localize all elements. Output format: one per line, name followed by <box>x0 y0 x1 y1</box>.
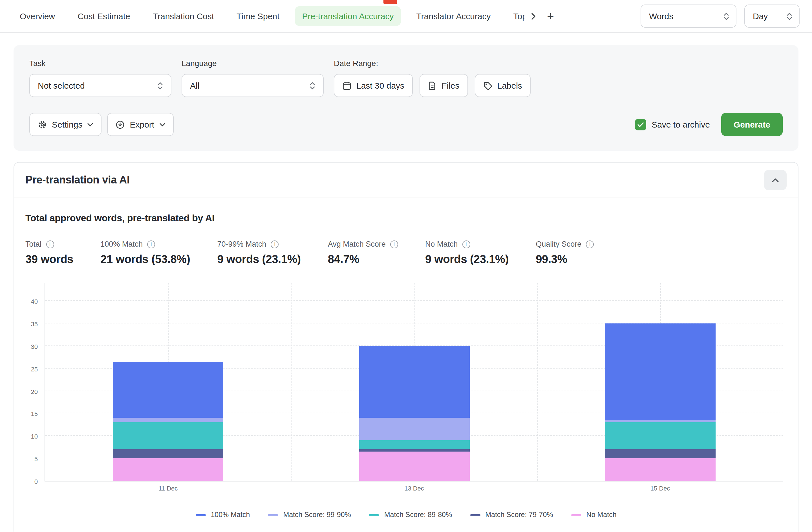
file-icon <box>428 81 436 90</box>
bar-segment-100-match <box>605 323 715 420</box>
legend-item-match-score-99-90[interactable]: Match Score: 99-90% <box>268 511 351 519</box>
chevron-down-icon <box>159 123 165 126</box>
tab-translator-accuracy[interactable]: Translator Accuracy <box>409 6 498 26</box>
tab-pre-translation-accuracy[interactable]: Pre-translation Accuracy <box>295 6 401 26</box>
bar-segment-match-score-99-90 <box>605 420 715 422</box>
report-tabbar: OverviewCost EstimateTranslation CostTim… <box>0 0 812 33</box>
tab-top[interactable]: Top <box>506 6 525 26</box>
settings-button-label: Settings <box>52 120 82 129</box>
y-tick-label: 10 <box>25 433 38 440</box>
legend-swatch-icon <box>369 514 379 516</box>
legend-item-no-match[interactable]: No Match <box>571 511 617 519</box>
chevron-down-icon <box>87 123 93 126</box>
info-icon[interactable]: i <box>390 240 398 248</box>
labels-button-label: Labels <box>497 81 522 90</box>
tabs-scroll-right-button[interactable] <box>525 8 542 25</box>
y-tick-label: 20 <box>25 388 38 395</box>
y-axis-labels: 0510152025303540 <box>25 283 41 481</box>
bar-segment-no-match <box>605 458 715 481</box>
stat-70-99-match: 70-99% Matchi9 words (23.1%) <box>217 240 301 266</box>
y-tick-label: 0 <box>25 478 38 485</box>
bar-13-dec <box>359 346 469 481</box>
info-icon[interactable]: i <box>462 240 470 248</box>
tab-cost-estimate[interactable]: Cost Estimate <box>70 6 137 26</box>
bar-segment-match-score-89-80 <box>359 440 469 450</box>
x-tick-label: 15 Dec <box>650 485 670 492</box>
stat-label: Quality Scorei <box>536 240 594 248</box>
y-tick-label: 40 <box>25 298 38 305</box>
task-select[interactable]: Not selected <box>29 74 171 97</box>
labels-button[interactable]: Labels <box>475 74 530 97</box>
v-gridline <box>291 283 292 481</box>
legend-item-100-match[interactable]: 100% Match <box>195 511 250 519</box>
bar-segment-match-score-79-70 <box>605 449 715 458</box>
y-tick-label: 5 <box>25 456 38 462</box>
language-select[interactable]: All <box>182 74 324 97</box>
gear-icon <box>38 120 47 129</box>
export-button-label: Export <box>130 120 154 129</box>
unit-select-value: Words <box>649 11 673 21</box>
calendar-icon <box>342 81 351 90</box>
select-arrows-icon <box>787 12 792 20</box>
checkbox-checked-icon[interactable] <box>635 119 646 130</box>
select-arrows-icon <box>724 12 729 20</box>
files-button-label: Files <box>441 81 459 90</box>
info-icon[interactable]: i <box>586 240 594 248</box>
download-circle-icon <box>116 120 125 129</box>
tab-translation-cost[interactable]: Translation Cost <box>145 6 221 26</box>
info-icon[interactable]: i <box>271 240 279 248</box>
stat-value: 84.7% <box>328 253 398 266</box>
tag-icon <box>483 81 492 90</box>
stat-value: 21 words (53.8%) <box>100 253 190 266</box>
files-button[interactable]: Files <box>420 74 468 97</box>
tab-time-spent[interactable]: Time Spent <box>229 6 287 26</box>
legend-swatch-icon <box>470 514 480 516</box>
task-label: Task <box>29 59 171 68</box>
add-report-button[interactable]: + <box>542 8 559 25</box>
bar-segment-match-score-79-70 <box>359 449 469 451</box>
legend-swatch-icon <box>571 514 581 516</box>
chart: 0510152025303540 11 Dec13 Dec15 Dec <box>25 283 787 481</box>
export-button[interactable]: Export <box>107 113 173 136</box>
date-range-button[interactable]: Last 30 days <box>334 74 413 97</box>
settings-button[interactable]: Settings <box>29 113 102 136</box>
save-to-archive-toggle[interactable]: Save to archive <box>635 119 710 130</box>
stat-total: Totali39 words <box>25 240 73 266</box>
select-arrows-icon <box>157 82 163 89</box>
bar-segment-match-score-89-80 <box>113 422 223 450</box>
legend-item-match-score-79-70[interactable]: Match Score: 79-70% <box>470 511 553 519</box>
tab-overview[interactable]: Overview <box>12 6 62 26</box>
section-title: Total approved words, pre-translated by … <box>25 213 787 224</box>
info-icon[interactable]: i <box>147 240 155 248</box>
bar-segment-match-score-89-80 <box>605 422 715 450</box>
bar-segment-no-match <box>113 458 223 481</box>
legend-item-match-score-89-80[interactable]: Match Score: 89-80% <box>369 511 452 519</box>
plus-icon: + <box>547 9 554 23</box>
bar-segment-100-match <box>113 362 223 418</box>
bar-segment-100-match <box>359 346 469 418</box>
stat-value: 99.3% <box>536 253 594 266</box>
generate-button[interactable]: Generate <box>721 113 783 136</box>
v-gridline <box>537 283 538 481</box>
y-tick-label: 30 <box>25 343 38 350</box>
legend-swatch-icon <box>268 514 278 516</box>
language-label: Language <box>182 59 324 68</box>
page: OverviewCost EstimateTranslation CostTim… <box>0 0 812 532</box>
chevron-up-icon <box>772 178 779 182</box>
stat-label: No Matchi <box>425 240 509 248</box>
save-to-archive-label: Save to archive <box>652 120 710 129</box>
y-tick-label: 15 <box>25 411 38 417</box>
unit-select[interactable]: Words <box>641 4 737 28</box>
stat-quality-score: Quality Scorei99.3% <box>536 240 594 266</box>
bar-segment-match-score-99-90 <box>113 418 223 422</box>
stat-label: Avg Match Scorei <box>328 240 398 248</box>
stat-value: 9 words (23.1%) <box>217 253 301 266</box>
period-select[interactable]: Day <box>744 4 800 28</box>
y-tick-label: 25 <box>25 365 38 372</box>
stat-label: Totali <box>25 240 73 248</box>
task-select-value: Not selected <box>38 81 85 90</box>
collapse-card-button[interactable] <box>764 170 787 190</box>
stat-no-match: No Matchi9 words (23.1%) <box>425 240 509 266</box>
info-icon[interactable]: i <box>46 240 54 248</box>
bar-15-dec <box>605 323 715 481</box>
